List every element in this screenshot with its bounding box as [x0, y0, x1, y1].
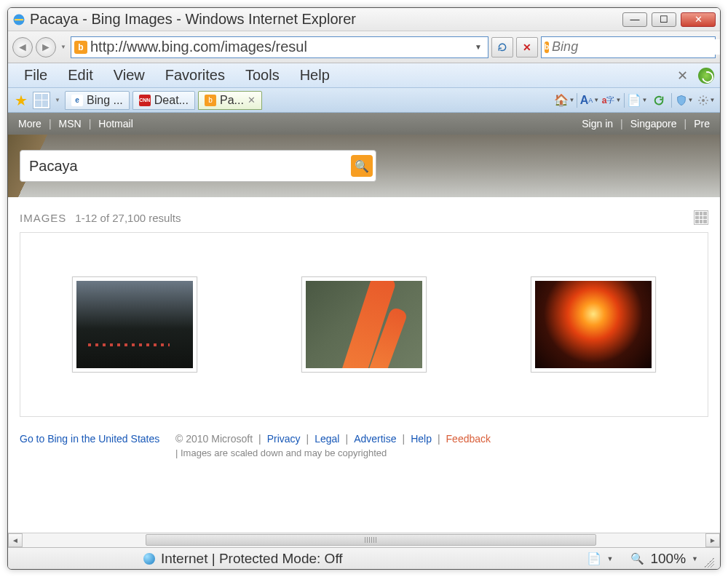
- thumbnail-image: [76, 281, 193, 368]
- forward-button[interactable]: ►: [36, 37, 56, 57]
- footer-legal[interactable]: Legal: [314, 433, 339, 445]
- topnav-preferences[interactable]: Pre: [691, 118, 713, 130]
- footer-privacy[interactable]: Privacy: [267, 433, 301, 445]
- address-bar[interactable]: b ▼: [71, 36, 488, 58]
- scroll-right-button[interactable]: ►: [705, 533, 720, 547]
- svg-point-1: [702, 99, 705, 102]
- image-result[interactable]: [72, 276, 197, 373]
- page-button[interactable]: 📄▼: [628, 92, 646, 109]
- recent-pages-dropdown[interactable]: ▼: [59, 44, 68, 50]
- tab-favicon-icon: e: [71, 95, 83, 106]
- zoom-icon: 🔍: [630, 552, 644, 565]
- home-button[interactable]: 🏠▼: [555, 92, 574, 109]
- tab-bing[interactable]: e Bing ...: [65, 91, 130, 110]
- safety-button[interactable]: ▼: [675, 92, 694, 109]
- image-result[interactable]: [301, 276, 427, 373]
- results-count: 1-12 of 27,100 results: [75, 212, 181, 224]
- topnav-signin[interactable]: Sign in: [579, 118, 616, 130]
- topnav-region[interactable]: Singapore: [628, 118, 680, 130]
- footer-scale-note: | Images are scaled down and may be copy…: [20, 447, 708, 458]
- image-result[interactable]: [531, 276, 656, 373]
- horizontal-scrollbar[interactable]: ◄ ►: [8, 533, 720, 547]
- status-bar: Internet | Protected Mode: Off 📄 ▼ 🔍 100…: [8, 547, 720, 569]
- internet-zone-icon: [143, 553, 155, 565]
- footer-copyright: © 2010 Microsoft: [175, 433, 253, 445]
- titlebar: Pacaya - Bing Images - Windows Internet …: [8, 8, 720, 31]
- menu-file[interactable]: File: [14, 64, 58, 87]
- topnav-hotmail[interactable]: Hotmail: [95, 118, 135, 130]
- scroll-thumb[interactable]: [146, 534, 596, 546]
- view-grid-toggle[interactable]: [694, 210, 708, 225]
- thumbnail-image: [306, 281, 422, 368]
- browser-search-box[interactable]: b 🔍 ▼: [541, 36, 716, 58]
- tab-cnn[interactable]: CNN Deat...: [132, 91, 195, 110]
- tab-label: Pa...: [220, 94, 244, 107]
- bing-top-nav: More | MSN | Hotmail Sign in | Singapore…: [8, 113, 720, 135]
- bing-search-hero: 🔍: [8, 135, 720, 197]
- text-size-button[interactable]: AA▼: [580, 92, 599, 109]
- compat-dropdown[interactable]: ▼: [607, 555, 614, 562]
- tabs-list-dropdown[interactable]: ▼: [53, 97, 62, 103]
- topnav-more[interactable]: More: [15, 118, 44, 130]
- address-dropdown[interactable]: ▼: [472, 43, 485, 51]
- stop-button[interactable]: ✕: [516, 37, 538, 57]
- page-content: More | MSN | Hotmail Sign in | Singapore…: [8, 113, 720, 533]
- quick-tabs-button[interactable]: [33, 92, 50, 109]
- scroll-track[interactable]: [23, 533, 705, 547]
- address-input[interactable]: [90, 39, 469, 55]
- tab-pacaya[interactable]: b Pa... ✕: [198, 91, 262, 110]
- bing-footer: Go to Bing in the United States © 2010 M…: [8, 427, 720, 476]
- back-button[interactable]: ◄: [12, 37, 33, 57]
- browser-search-input[interactable]: [552, 39, 721, 55]
- image-results-grid: [20, 232, 708, 417]
- navigation-toolbar: ◄ ► ▼ b ▼ ✕ b 🔍 ▼: [8, 31, 720, 63]
- command-bar: ★ ▼ e Bing ... CNN Deat... b Pa... ✕ 🏠▼ …: [8, 88, 720, 113]
- results-label: IMAGES: [20, 212, 66, 224]
- menu-favorites[interactable]: Favorites: [155, 64, 235, 87]
- encoding-button[interactable]: a字▼: [602, 92, 621, 109]
- refresh-cmd-button[interactable]: [649, 92, 668, 109]
- window-controls: — ☐ ✕: [622, 12, 716, 27]
- site-favicon-icon: b: [74, 41, 87, 54]
- restore-session-icon[interactable]: [698, 68, 714, 84]
- compat-view-icon[interactable]: 📄: [587, 552, 601, 565]
- bing-favicon-icon: b: [545, 41, 549, 53]
- bing-search-input[interactable]: [29, 158, 351, 175]
- window-title: Pacaya - Bing Images - Windows Internet …: [30, 11, 622, 28]
- scroll-left-button[interactable]: ◄: [8, 533, 23, 547]
- menu-edit[interactable]: Edit: [58, 64, 103, 87]
- footer-help[interactable]: Help: [411, 433, 432, 445]
- close-button[interactable]: ✕: [681, 12, 716, 27]
- bing-search-box: 🔍: [20, 150, 376, 182]
- security-zone-text: Internet | Protected Mode: Off: [161, 551, 343, 567]
- menu-tools[interactable]: Tools: [235, 64, 290, 87]
- tab-favicon-icon: CNN: [139, 95, 151, 106]
- menu-view[interactable]: View: [103, 64, 155, 87]
- footer-feedback[interactable]: Feedback: [446, 433, 491, 445]
- thumbnail-image: [535, 281, 652, 368]
- maximize-button[interactable]: ☐: [652, 12, 676, 27]
- menu-bar: File Edit View Favorites Tools Help ✕: [8, 63, 720, 88]
- zoom-dropdown[interactable]: ▼: [692, 555, 698, 562]
- minimize-button[interactable]: —: [622, 12, 647, 27]
- resize-grip-icon[interactable]: [704, 557, 714, 568]
- tab-label: Deat...: [154, 94, 189, 107]
- footer-go-us[interactable]: Go to Bing in the United States: [20, 433, 170, 445]
- results-header: IMAGES 1-12 of 27,100 results: [8, 197, 720, 232]
- ie-logo-icon: [12, 13, 25, 26]
- close-toolbar-button[interactable]: ✕: [671, 68, 694, 84]
- zoom-level: 100%: [650, 551, 686, 567]
- footer-advertise[interactable]: Advertise: [354, 433, 396, 445]
- refresh-button[interactable]: [491, 37, 513, 57]
- tools-gear-button[interactable]: ▼: [697, 92, 716, 109]
- topnav-msn[interactable]: MSN: [56, 118, 84, 130]
- tab-close-icon[interactable]: ✕: [248, 95, 256, 106]
- bing-search-button[interactable]: 🔍: [351, 155, 373, 177]
- tab-label: Bing ...: [87, 94, 123, 107]
- menu-help[interactable]: Help: [290, 64, 340, 87]
- favorites-star-icon[interactable]: ★: [12, 92, 30, 109]
- tab-favicon-icon: b: [205, 95, 216, 106]
- ie-window: Pacaya - Bing Images - Windows Internet …: [7, 7, 721, 570]
